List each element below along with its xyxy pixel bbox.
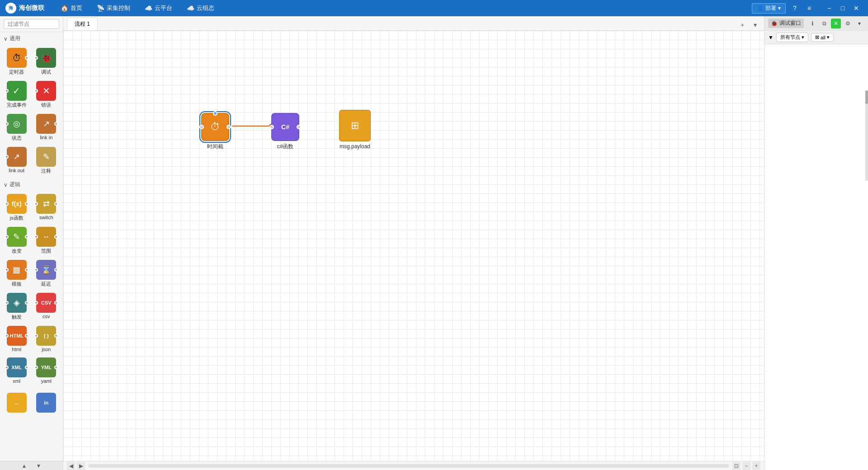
complete-label: 完成事件: [7, 102, 27, 108]
expand-icon: ▾: [858, 20, 861, 27]
node-yaml[interactable]: YML yaml: [33, 356, 61, 385]
node-linkout[interactable]: ↗ link out: [3, 145, 31, 176]
debug-window-tab[interactable]: 🐞 调试窗口: [768, 19, 804, 28]
nav-cloud-state[interactable]: ☁️ 云组态: [179, 0, 222, 16]
node-change[interactable]: ✎ 改变: [3, 225, 31, 256]
window-controls: − □ ✕: [823, 2, 863, 14]
sidebar-scroll-up[interactable]: ▲: [22, 463, 27, 469]
tab-flow1[interactable]: 流程 1: [67, 18, 98, 30]
settings-button[interactable]: ⚙: [843, 19, 853, 28]
tab-menu-button[interactable]: ▾: [750, 19, 760, 30]
change-port-right: [25, 235, 28, 239]
nav-cloud-platform[interactable]: ☁️ 云平台: [137, 0, 179, 16]
node-debug[interactable]: 🐞 调试: [33, 46, 61, 77]
filter-nodes-button[interactable]: 所有节点 ▾: [776, 33, 808, 42]
expand-button[interactable]: ▾: [854, 19, 864, 28]
close-button[interactable]: ✕: [850, 2, 863, 14]
node-csv[interactable]: CSV csv: [33, 291, 61, 322]
node-extra2[interactable]: in: [33, 391, 61, 414]
linkin-label: link in: [40, 135, 52, 140]
fit-view-button[interactable]: ⊡: [732, 462, 741, 470]
xml-icon-box: XML: [7, 357, 27, 377]
info-button[interactable]: ℹ: [807, 19, 817, 28]
node-status[interactable]: ◎ 状态: [3, 112, 31, 143]
node-trigger[interactable]: ◈ 触发: [3, 291, 31, 322]
json-icon: { }: [43, 333, 49, 338]
section-logic-header[interactable]: ∨ 逻辑: [0, 178, 63, 190]
node-range[interactable]: ↔ 范围: [33, 225, 61, 256]
csv-icon-box: CSV: [36, 293, 56, 313]
node-template[interactable]: ▦ 模板: [3, 258, 31, 289]
connections-svg: [63, 31, 764, 461]
csharp-port-left: [269, 125, 274, 129]
clear-button[interactable]: ✕: [831, 19, 841, 28]
node-complete[interactable]: ✓ 完成事件: [3, 79, 31, 110]
menu-button[interactable]: ≡: [804, 3, 815, 14]
scroll-left-button[interactable]: ◀: [67, 462, 75, 470]
help-button[interactable]: ?: [789, 3, 800, 14]
linkout-label: link out: [9, 168, 24, 173]
collect-icon: 📡: [97, 5, 104, 12]
js-icon-box: f(x): [7, 194, 27, 214]
canvas-scrollbar-horizontal[interactable]: [89, 464, 729, 468]
flow-node-csharp[interactable]: C# c#函数: [271, 113, 299, 150]
maximize-button[interactable]: □: [836, 2, 849, 14]
flow-node-timestamp[interactable]: ⏱ 时间截: [201, 113, 229, 150]
template-label: 模板: [12, 281, 22, 287]
canvas-bottom-right-btns: ⊡ − +: [732, 462, 760, 470]
copy-button[interactable]: ⧉: [819, 19, 829, 28]
clear-icon: ✕: [834, 20, 838, 27]
deploy-label: 部署: [765, 5, 776, 12]
scroll-right-button[interactable]: ▶: [77, 462, 85, 470]
nav-home[interactable]: 🏠 首页: [53, 0, 90, 16]
nav-collect-label: 采集控制: [107, 4, 130, 12]
node-delay[interactable]: ⌛ 延迟: [33, 258, 61, 289]
csharp-port-right: [297, 125, 301, 129]
change-icon-box: ✎: [7, 227, 27, 247]
canvas-tabs: 流程 1 + ▾: [63, 16, 764, 31]
canvas-grid[interactable]: ⏱ 时间截 C# c#函数 ⊞ msg.payload: [63, 31, 764, 461]
linkin-icon-box: ↗: [36, 114, 56, 134]
right-edge-scrollbar[interactable]: [865, 90, 868, 181]
range-label: 范围: [41, 248, 51, 254]
zoom-in-button[interactable]: +: [752, 462, 760, 470]
node-timer[interactable]: ⏱ 定时器: [3, 46, 31, 77]
extra-nodes-grid: ... in: [0, 389, 63, 416]
node-xml[interactable]: XML xml: [3, 356, 31, 385]
minimize-button[interactable]: −: [823, 2, 835, 14]
status-port-left: [5, 122, 9, 126]
debug-label: 调试: [41, 69, 51, 75]
nav-collect[interactable]: 📡 采集控制: [90, 0, 137, 16]
search-input[interactable]: [4, 19, 59, 29]
zoom-out-button[interactable]: −: [742, 462, 750, 470]
node-linkin[interactable]: ↗ link in: [33, 112, 61, 143]
xml-icon: XML: [11, 365, 22, 370]
template-icon-box: ▦: [7, 260, 27, 280]
node-extra1[interactable]: ...: [3, 391, 31, 414]
add-tab-button[interactable]: +: [737, 19, 748, 30]
node-switch[interactable]: ⇄ switch: [33, 192, 61, 223]
filter-all-button[interactable]: ⊠ all ▾: [811, 33, 834, 42]
section-general-header[interactable]: ∨ 通用: [0, 32, 63, 44]
status-icon: ◎: [13, 119, 20, 129]
js-port-left: [5, 202, 9, 206]
app-title: 海创微联: [19, 4, 44, 12]
node-html[interactable]: HTML html: [3, 324, 31, 354]
sidebar-content: ∨ 通用 ⏱ 定时器 🐞 调试: [0, 32, 63, 461]
switch-label: switch: [39, 215, 53, 220]
node-comment[interactable]: ✎ 注释: [33, 145, 61, 176]
debug-icon: 🐞: [41, 52, 52, 63]
flow-node-msgpayload[interactable]: ⊞ msg.payload: [339, 110, 371, 150]
deploy-button[interactable]: 👤 部署 ▾: [752, 3, 786, 14]
node-error[interactable]: ✕ 错误: [33, 79, 61, 110]
node-js[interactable]: f(x) js函数: [3, 192, 31, 223]
switch-port-left: [34, 202, 38, 206]
filter-all-chevron: ▾: [827, 34, 830, 40]
delay-icon: ⌛: [41, 265, 51, 275]
js-port-right: [25, 202, 28, 206]
switch-icon: ⇄: [43, 199, 50, 209]
change-icon: ✎: [13, 232, 20, 242]
cloud-platform-icon: ☁️: [145, 5, 152, 12]
node-json[interactable]: { } json: [33, 324, 61, 354]
sidebar-scroll-down[interactable]: ▼: [36, 463, 42, 469]
